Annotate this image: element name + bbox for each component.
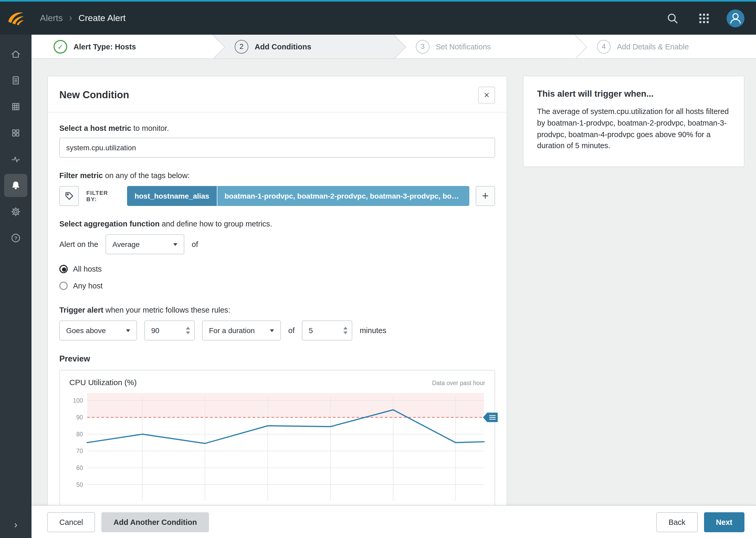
condition-title: New Condition <box>59 89 129 101</box>
chart-note: Data over past hour <box>432 380 485 386</box>
new-condition-card: New Condition × Select a host metric to … <box>47 76 507 525</box>
filter-chips: host_hostname_alias boatman-1-prodvpc, b… <box>127 186 469 206</box>
add-filter-button[interactable]: + <box>475 186 495 206</box>
of-label: of <box>192 240 198 248</box>
stepper-down-icon <box>186 332 190 334</box>
step-add-conditions[interactable]: 2 Add Conditions <box>213 35 394 58</box>
main-area: ✓ Alert Type: Hosts 2 Add Conditions 3 S… <box>31 35 756 538</box>
step-alert-type[interactable]: ✓ Alert Type: Hosts <box>31 35 213 58</box>
aggregation-section-label: Select aggregation function and define h… <box>59 220 495 228</box>
chart-title: CPU Utilization (%) <box>69 378 137 387</box>
cancel-button[interactable]: Cancel <box>47 512 95 532</box>
footer-bar: Cancel Add Another Condition Back Next <box>31 506 756 538</box>
apps-menu-button[interactable] <box>695 9 713 27</box>
comparison-select[interactable]: Goes above <box>59 320 137 341</box>
condition-card-header: New Condition × <box>48 76 507 112</box>
reports-icon <box>11 75 21 86</box>
search-button[interactable] <box>664 9 682 27</box>
filter-row: FILTER BY: host_hostname_alias boatman-1… <box>59 186 495 206</box>
activity-icon <box>11 154 21 164</box>
metric-input[interactable] <box>59 138 495 158</box>
filter-tag-key-chip[interactable]: host_hostname_alias <box>127 186 216 206</box>
sidebar: ? › <box>0 35 31 538</box>
sidebar-item-activity[interactable] <box>4 148 27 171</box>
host-scope-radios: All hosts Any host <box>59 263 495 292</box>
alert-on-the-label: Alert on the <box>59 240 98 248</box>
radio-all-hosts[interactable]: All hosts <box>59 263 495 275</box>
sidebar-item-alerts[interactable] <box>4 174 27 197</box>
alert-summary-card: This alert will trigger when... The aver… <box>523 76 744 167</box>
aggregation-row: Alert on the Average of <box>59 234 495 254</box>
summary-body: The average of system.cpu.utilization fo… <box>537 106 730 152</box>
filter-section-label: Filter metric on any of the tags below: <box>59 171 495 180</box>
filter-tag-values-chip[interactable]: boatman-1-prodvpc, boatman-2-prodvpc, bo… <box>217 186 469 206</box>
radio-unselected-icon <box>59 282 68 290</box>
minutes-label: minutes <box>359 326 386 335</box>
radio-any-host[interactable]: Any host <box>59 280 495 292</box>
sidebar-item-metrics[interactable] <box>4 95 27 118</box>
y-tick-label: 80 <box>76 431 83 438</box>
topbar-actions <box>664 9 756 27</box>
solarwinds-logo[interactable] <box>0 9 31 27</box>
duration-stepper[interactable] <box>343 327 348 334</box>
filter-by-label: FILTER BY: <box>86 190 120 202</box>
step-add-details: 4 Add Details & Enable <box>575 35 756 58</box>
preview-chart-card: CPU Utilization (%) Data over past hour … <box>59 370 495 512</box>
stepper-up-icon <box>343 327 348 329</box>
trigger-row: Goes above For a duration of <box>59 320 495 341</box>
aggregation-section: Select aggregation function and define h… <box>59 220 495 292</box>
condition-card-body: Select a host metric to monitor. Filter … <box>48 112 507 524</box>
filter-section: Filter metric on any of the tags below: … <box>59 171 495 206</box>
home-icon <box>11 49 21 59</box>
apps-grid-icon <box>699 13 709 24</box>
y-tick-label: 70 <box>76 448 83 455</box>
summary-title: This alert will trigger when... <box>537 89 730 99</box>
search-icon <box>667 12 678 24</box>
stepper-down-icon <box>343 332 348 334</box>
sidebar-item-settings[interactable] <box>4 200 27 223</box>
breadcrumb: Alerts › Create Alert <box>40 13 125 24</box>
user-icon <box>727 9 744 27</box>
stepper-up-icon <box>186 327 190 329</box>
y-tick-label: 50 <box>76 481 83 488</box>
trigger-section: Trigger alert when your metric follows t… <box>59 306 495 341</box>
duration-mode-select[interactable]: For a duration <box>202 320 281 341</box>
solarwinds-logo-icon <box>6 9 26 27</box>
metric-section-label: Select a host metric to monitor. <box>59 124 495 133</box>
next-button[interactable]: Next <box>704 512 744 532</box>
sidebar-expand-chevron[interactable]: › <box>0 519 31 531</box>
step-number: 3 <box>416 40 429 53</box>
y-tick-label: 60 <box>76 464 83 471</box>
threshold-stepper[interactable] <box>186 327 190 334</box>
tag-icon <box>64 191 74 201</box>
footer-left-actions: Cancel Add Another Condition <box>47 512 209 532</box>
help-icon: ? <box>11 233 21 243</box>
sidebar-item-reports[interactable] <box>4 69 27 92</box>
preview-heading: Preview <box>59 354 495 363</box>
radio-selected-icon <box>59 265 68 273</box>
step-set-notifications: 3 Set Notifications <box>394 35 575 58</box>
duration-field <box>302 320 352 341</box>
y-tick-label: 100 <box>73 397 83 404</box>
user-avatar[interactable] <box>727 9 744 27</box>
back-button[interactable]: Back <box>656 512 698 532</box>
topbar: Alerts › Create Alert <box>0 2 756 35</box>
breadcrumb-alerts[interactable]: Alerts <box>40 13 63 24</box>
breadcrumb-current: Create Alert <box>78 13 126 24</box>
sidebar-item-help[interactable]: ? <box>4 227 27 249</box>
sidebar-item-dashboards[interactable] <box>4 121 27 144</box>
add-another-condition-button[interactable]: Add Another Condition <box>101 512 209 532</box>
close-button[interactable]: × <box>478 87 495 103</box>
sidebar-item-home[interactable] <box>4 42 27 66</box>
breadcrumb-separator: › <box>69 13 72 24</box>
trigger-section-label: Trigger alert when your metric follows t… <box>59 306 495 314</box>
aggregation-select[interactable]: Average <box>106 234 184 254</box>
dashboards-icon <box>11 128 21 138</box>
svg-text:?: ? <box>14 235 17 241</box>
tag-button[interactable] <box>59 186 79 206</box>
metrics-grid-icon <box>11 101 21 112</box>
bell-icon <box>11 180 21 191</box>
y-tick-label: 90 <box>76 414 83 421</box>
wizard-stepper: ✓ Alert Type: Hosts 2 Add Conditions 3 S… <box>31 35 756 59</box>
step-check-icon: ✓ <box>54 40 67 53</box>
